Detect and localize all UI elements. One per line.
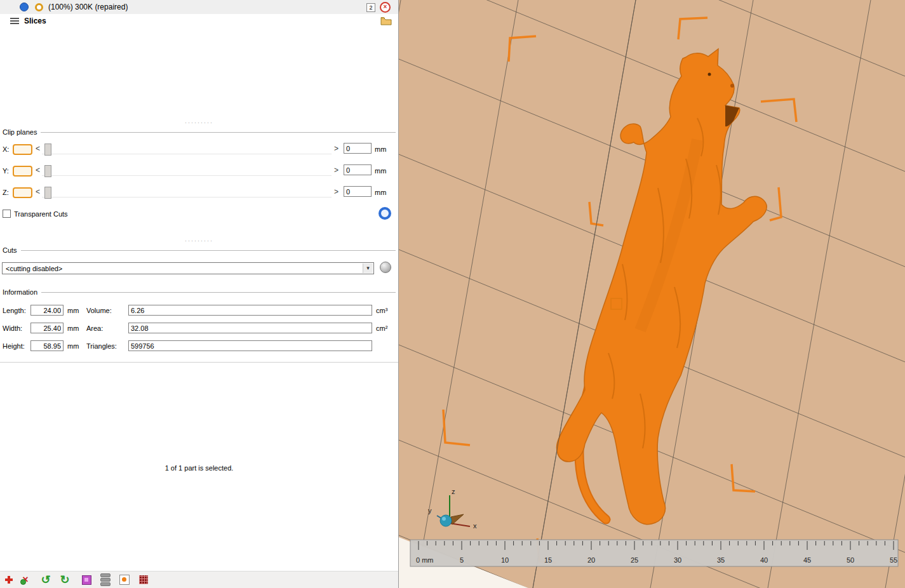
sphere-in-box-icon[interactable] [118, 573, 131, 586]
ruler-label: 45 [803, 556, 811, 564]
clip-plane-y-row: Y: < > mm [0, 165, 398, 178]
info-row-length-volume: Length: mm Volume: cm³ [0, 305, 398, 316]
panel-splitter[interactable]: ········· [0, 237, 398, 245]
cuts-group: Cuts <cutting disabled> ▾ [0, 245, 398, 287]
ruler-label: 50 [847, 556, 854, 564]
panel-divider [0, 362, 398, 363]
clip-z-label: Z: [3, 189, 9, 196]
model-nose [730, 84, 734, 88]
slices-row[interactable]: Slices [0, 14, 398, 28]
transparent-cuts-checkbox[interactable] [3, 210, 11, 218]
clip-x-slider-track[interactable] [42, 154, 332, 154]
part-label: (100%) 300K (repaired) [48, 3, 128, 11]
application-window: (100%) 300K (repaired) 2 × Slices ······… [0, 0, 905, 588]
clip-x-decrement-arrow[interactable]: < [36, 144, 40, 153]
mesh-icon[interactable] [137, 573, 150, 586]
panel-splitter[interactable]: ········· [0, 119, 398, 127]
box-icon[interactable] [80, 573, 93, 586]
clip-x-plane-button[interactable] [13, 144, 32, 155]
info-row-width-area: Width: mm Area: cm² [0, 323, 398, 334]
clip-z-slider-track[interactable] [42, 197, 332, 197]
slices-label: Slices [24, 17, 46, 25]
group-divider [41, 292, 396, 293]
selection-status-text: 1 of 1 part is selected. [0, 464, 398, 472]
cutting-mode-value: <cutting disabled> [6, 265, 62, 272]
clip-x-slider-handle[interactable] [44, 144, 51, 156]
part-list-item[interactable]: (100%) 300K (repaired) 2 × [0, 0, 398, 14]
area-unit: cm² [376, 324, 387, 332]
open-folder-button[interactable] [380, 17, 392, 25]
cuts-title: Cuts [3, 246, 17, 254]
clip-x-unit: mm [375, 145, 386, 153]
clip-y-slider-track[interactable] [42, 175, 332, 176]
clip-z-unit: mm [375, 189, 386, 196]
length-unit: mm [67, 307, 79, 314]
clip-rotate-icon[interactable] [379, 207, 391, 220]
volume-input[interactable] [128, 305, 372, 316]
undo-icon[interactable]: ↺ [39, 573, 52, 586]
clip-y-plane-button[interactable] [13, 166, 32, 177]
ruler-label: 30 [674, 556, 681, 564]
length-input[interactable] [30, 305, 64, 316]
information-group: Information Length: mm Volume: cm³ Width… [0, 287, 398, 361]
triangles-label: Triangles: [86, 342, 117, 350]
y-axis-label: y [428, 507, 432, 514]
transparent-cuts-label[interactable]: Transparent Cuts [14, 210, 68, 218]
info-row-height-triangles: Height: mm Triangles: [0, 340, 398, 352]
area-label: Area: [86, 324, 103, 332]
height-input[interactable] [30, 340, 64, 351]
gizmo-sphere [440, 515, 452, 526]
clip-z-slider-handle[interactable] [44, 187, 51, 199]
clip-y-decrement-arrow[interactable]: < [36, 166, 40, 175]
ruler-label: 55 [890, 556, 897, 564]
group-divider [21, 250, 396, 251]
height-unit: mm [67, 342, 79, 350]
transparent-cuts-row: Transparent Cuts [3, 210, 68, 218]
ruler-label: 10 [501, 556, 509, 564]
clip-y-slider-handle[interactable] [44, 165, 51, 177]
add-part-icon[interactable] [3, 573, 15, 586]
part-count-badge[interactable]: 2 [366, 3, 375, 12]
clip-x-value-input[interactable] [344, 143, 372, 154]
clip-planes-group: Clip planes X: < > mm Y: < > [0, 127, 398, 237]
clip-plane-z-row: Z: < > mm [0, 187, 398, 199]
bottom-toolbar: × ↺ ↻ [0, 571, 398, 588]
area-input[interactable] [128, 323, 372, 333]
ruler-label: 0 mm [416, 556, 434, 564]
clip-y-increment-arrow[interactable]: > [334, 166, 339, 175]
volume-label: Volume: [86, 307, 112, 314]
cut-tool-icon[interactable] [380, 262, 391, 273]
dropdown-arrow-icon[interactable]: ▾ [363, 264, 373, 273]
clip-z-increment-arrow[interactable]: > [334, 187, 339, 196]
viewport-3d[interactable]: z y x 0 mm510152025303540455055 [399, 0, 905, 588]
repair-part-icon[interactable]: × [19, 573, 32, 586]
clip-z-decrement-arrow[interactable]: < [36, 187, 40, 196]
width-input[interactable] [30, 323, 64, 333]
gizmo-sphere-highlight [442, 517, 446, 521]
redo-icon[interactable]: ↻ [58, 573, 71, 586]
ruler-label: 5 [460, 556, 464, 564]
width-label: Width: [3, 324, 22, 332]
ruler: 0 mm510152025303540455055 [410, 540, 898, 566]
menu-icon [10, 17, 19, 25]
layers-icon[interactable] [99, 573, 112, 586]
cutting-mode-select[interactable]: <cutting disabled> ▾ [2, 262, 374, 274]
ruler-label: 40 [760, 556, 768, 564]
clip-x-increment-arrow[interactable]: > [334, 144, 339, 153]
ruler-bar [410, 540, 898, 566]
clip-y-unit: mm [375, 167, 386, 175]
clip-y-value-input[interactable] [344, 164, 372, 175]
ruler-label: 25 [631, 556, 638, 564]
height-label: Height: [3, 342, 25, 350]
z-axis-label: z [452, 488, 455, 495]
scene-canvas[interactable]: z y x 0 mm510152025303540455055 [399, 0, 905, 588]
ruler-label: 20 [587, 556, 595, 564]
clip-z-plane-button[interactable] [13, 187, 32, 198]
information-title: Information [3, 288, 37, 296]
close-part-button[interactable]: × [380, 2, 391, 13]
width-unit: mm [67, 324, 79, 332]
clip-y-label: Y: [3, 167, 9, 175]
clip-planes-title: Clip planes [3, 128, 37, 136]
clip-z-value-input[interactable] [344, 186, 372, 197]
triangles-input[interactable] [128, 340, 372, 351]
